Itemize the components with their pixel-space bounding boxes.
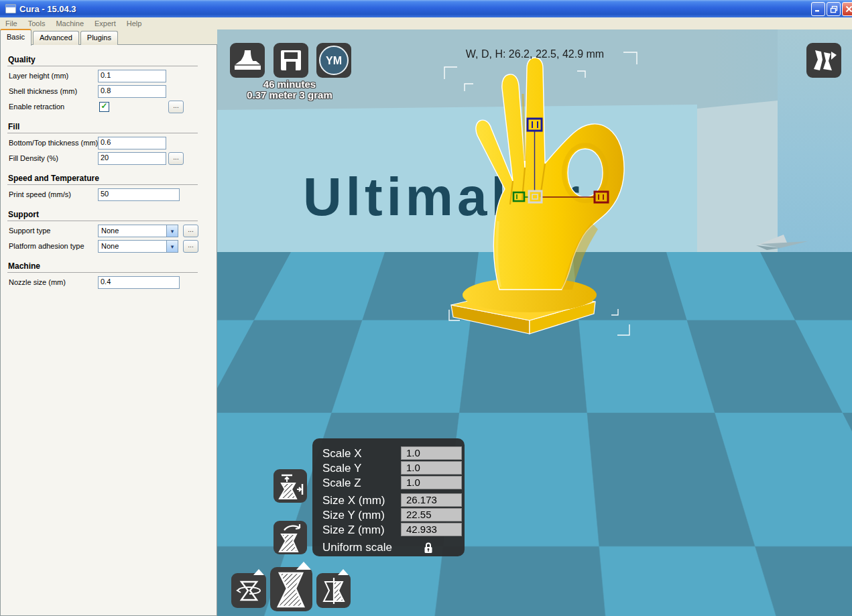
fill-density-field[interactable]: 20 — [98, 152, 166, 165]
share-youmagine-button[interactable]: YM — [316, 43, 351, 78]
restore-button[interactable] — [827, 2, 841, 16]
backdrop-wall-edge — [697, 101, 778, 252]
scale-button[interactable] — [270, 567, 312, 611]
scale-panel-label-scale-z: Scale Z — [322, 477, 361, 490]
menu-expert[interactable]: Expert — [89, 19, 121, 27]
tab-plugins[interactable]: Plugins — [80, 31, 118, 45]
scale-panel-label-uniform-scale: Uniform scale — [322, 541, 392, 554]
3d-viewport[interactable]: Ultimaker — [217, 29, 852, 616]
size-y-mm-field[interactable]: 22.55 — [401, 508, 462, 521]
scale-expand-icon — [296, 562, 311, 570]
close-button[interactable] — [842, 2, 852, 16]
section-rule — [7, 272, 198, 273]
setting-label-enable-retraction: Enable retraction — [9, 103, 64, 111]
setting-row-platform-adhesion-type: Platform adhesion typeNone▾... — [7, 240, 217, 255]
uniform-scale-lock[interactable] — [423, 542, 434, 557]
print-speed-mm-s-field[interactable]: 50 — [98, 188, 180, 201]
setting-row-fill-density: Fill Density (%)20... — [7, 152, 217, 168]
enable-retraction-checkbox[interactable]: ✓ — [99, 102, 109, 112]
scale-y-field[interactable]: 1.0 — [401, 461, 462, 475]
support-type-value: None — [101, 227, 119, 235]
menu-help[interactable]: Help — [121, 19, 147, 27]
menu-file[interactable]: File — [0, 19, 23, 27]
scale-panel-label-scale-y: Scale Y — [322, 462, 361, 475]
platform-adhesion-type-value: None — [101, 242, 119, 250]
scale-panel-label-size-y-mm: Size Y (mm) — [322, 509, 385, 522]
settings-body: QualityLayer height (mm)0.1Shell thickne… — [0, 44, 217, 616]
setting-row-enable-retraction: Enable retraction✓... — [7, 101, 217, 116]
scale-panel-row-scale-x: Scale X1.0 — [322, 446, 457, 460]
svg-text:YM: YM — [326, 55, 342, 66]
view-mode-button[interactable] — [806, 43, 841, 78]
scale-x-field[interactable]: 1.0 — [401, 446, 462, 460]
scale-panel-label-size-x-mm: Size X (mm) — [322, 494, 385, 507]
minimize-button[interactable] — [811, 2, 825, 16]
setting-row-layer-height-mm: Layer height (mm)0.1 — [7, 70, 217, 85]
setting-label-layer-height-mm: Layer height (mm) — [9, 72, 68, 80]
platform-adhesion-type-select[interactable]: None▾ — [98, 240, 178, 253]
rotate-expand-icon — [253, 569, 264, 575]
scale-z-field[interactable]: 1.0 — [401, 476, 462, 489]
setting-row-shell-thickness-mm: Shell thickness (mm)0.8 — [7, 85, 217, 101]
chevron-down-icon[interactable]: ▾ — [166, 225, 178, 237]
scale-panel-row-uniform-scale: Uniform scale — [322, 540, 457, 554]
window-title: Cura - 15.04.3 — [19, 4, 76, 14]
rotate-button[interactable] — [231, 573, 266, 608]
rotate-icon — [231, 573, 266, 608]
shell-thickness-mm-field[interactable]: 0.8 — [98, 85, 166, 98]
scale-tool-panel: Scale X1.0Scale Y1.0Scale Z1.0Size X (mm… — [312, 438, 465, 556]
restore-icon — [830, 5, 838, 13]
setting-label-shell-thickness-mm: Shell thickness (mm) — [9, 87, 77, 95]
tab-advanced[interactable]: Advanced — [33, 31, 79, 45]
setting-label-bottom-top-thickness-mm: Bottom/Top thickness (mm) — [9, 139, 98, 147]
layer-height-mm-field[interactable]: 0.1 — [98, 70, 166, 82]
load-model-button[interactable] — [230, 43, 265, 78]
menu-machine[interactable]: Machine — [50, 19, 89, 27]
scale-reset-icon — [273, 521, 307, 554]
nozzle-size-mm-field[interactable]: 0.4 — [98, 276, 180, 289]
youmagine-icon: YM — [316, 43, 351, 78]
setting-row-print-speed-mm-s: Print speed (mm/s)50 — [7, 188, 217, 204]
print-material: 0.37 meter 3 gram — [229, 90, 350, 101]
support-type-select[interactable]: None▾ — [98, 225, 178, 237]
section-title-support: Support — [7, 204, 217, 221]
model-ok-hand[interactable] — [429, 54, 644, 349]
setting-label-platform-adhesion-type: Platform adhesion type — [9, 242, 84, 250]
close-icon — [845, 5, 852, 13]
size-z-mm-field[interactable]: 42.933 — [401, 523, 462, 536]
scale-panel-row-size-y-mm: Size Y (mm)22.55 — [322, 508, 457, 522]
scale-to-max-icon — [273, 469, 307, 503]
view-mode-icon — [806, 43, 841, 78]
tab-basic[interactable]: Basic — [0, 29, 32, 46]
titlebar[interactable]: Cura - 15.04.3 — [0, 0, 852, 17]
menubar: FileToolsMachineExpertHelp — [0, 17, 852, 29]
scale-reset-button[interactable] — [273, 521, 307, 554]
scale-panel-row-size-z-mm: Size Z (mm)42.933 — [322, 523, 457, 537]
platform-adhesion-type-more-button[interactable]: ... — [183, 240, 198, 253]
enable-retraction-more-button[interactable]: ... — [168, 101, 184, 113]
save-toolpath-button[interactable] — [273, 43, 308, 78]
setting-row-support-type: Support typeNone▾... — [7, 225, 217, 240]
mirror-button[interactable] — [316, 573, 351, 608]
setting-label-print-speed-mm-s: Print speed (mm/s) — [9, 190, 71, 198]
scale-panel-label-scale-x: Scale X — [322, 447, 362, 460]
mirror-expand-icon — [338, 569, 349, 575]
chevron-down-icon[interactable]: ▾ — [166, 241, 178, 252]
tabstrip: BasicAdvancedPlugins — [0, 29, 119, 45]
scale-panel-row-scale-z: Scale Z1.0 — [322, 476, 457, 490]
setting-label-fill-density: Fill Density (%) — [9, 154, 58, 162]
cura-window: Cura - 15.04.3 FileToolsMachineExpertHel… — [0, 0, 852, 616]
section-title-quality: Quality — [7, 49, 217, 66]
section-title-machine: Machine — [7, 255, 217, 272]
menu-tools[interactable]: Tools — [23, 19, 51, 27]
setting-label-nozzle-size-mm: Nozzle size (mm) — [9, 278, 66, 286]
support-type-more-button[interactable]: ... — [183, 225, 198, 237]
scale-to-max-button[interactable] — [273, 469, 307, 503]
section-title-speed-and-temperature: Speed and Temperature — [7, 168, 217, 184]
scale-icon — [270, 567, 312, 611]
bottom-top-thickness-mm-field[interactable]: 0.6 — [98, 137, 166, 149]
scale-panel-label-size-z-mm: Size Z (mm) — [322, 523, 385, 537]
lock-icon — [423, 542, 434, 554]
size-x-mm-field[interactable]: 26.173 — [401, 493, 462, 507]
fill-density-more-button[interactable]: ... — [168, 152, 184, 165]
